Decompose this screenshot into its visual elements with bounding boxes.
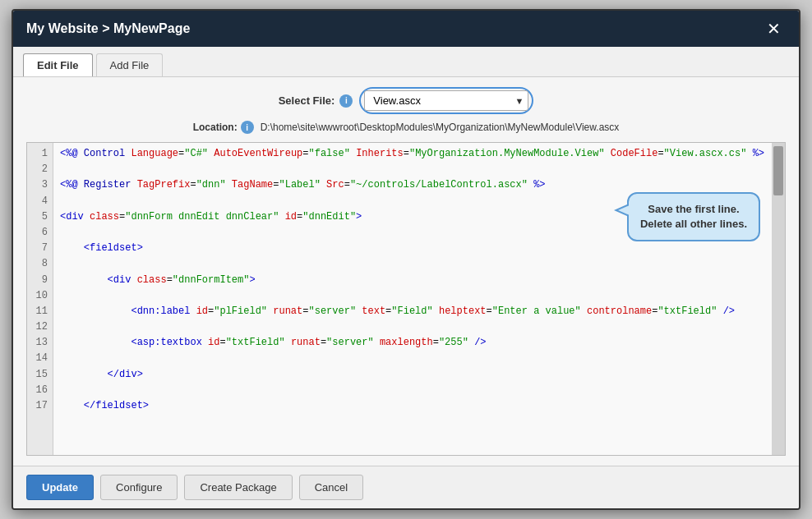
tooltip-bubble: Save the first line.Delete all other lin… (627, 192, 760, 241)
location-label: Location: (193, 122, 238, 133)
update-button[interactable]: Update (26, 475, 94, 500)
code-line-1: <%@ Control Language="C#" AutoEventWireu… (60, 146, 765, 162)
modal-dialog: My Website > MyNewPage ✕ Edit File Add F… (12, 9, 800, 510)
modal-footer: Update Configure Create Package Cancel (13, 466, 799, 508)
file-select-info-icon: i (339, 94, 353, 108)
content-area: Select File: i View.ascx View.ascx.cs Ed… (13, 77, 799, 466)
tooltip-text: Save the first line.Delete all other lin… (640, 203, 747, 230)
configure-button[interactable]: Configure (100, 475, 178, 500)
code-line-17: </fieldset> (60, 398, 765, 414)
code-line-2 (60, 162, 765, 177)
code-line-9: <div class="dnnFormItem"> (60, 273, 765, 288)
create-package-button[interactable]: Create Package (184, 475, 292, 500)
location-path: D:\home\site\wwwroot\DesktopModules\MyOr… (261, 122, 620, 133)
code-line-15: </div> (60, 367, 765, 383)
code-line-10 (60, 288, 765, 304)
modal-header: My Website > MyNewPage ✕ (13, 11, 799, 47)
tab-bar: Edit File Add File (13, 47, 799, 77)
cancel-button[interactable]: Cancel (299, 475, 363, 500)
close-button[interactable]: ✕ (762, 19, 786, 39)
location-row: Location: i D:\home\site\wwwroot\Desktop… (26, 121, 786, 134)
tab-add-file[interactable]: Add File (96, 53, 164, 76)
file-select-label: Select File: (279, 94, 335, 107)
code-line-13: <asp:textbox id="txtField" runat="server… (60, 335, 765, 351)
vertical-scrollbar[interactable] (772, 143, 785, 455)
scrollbar-thumb[interactable] (773, 146, 783, 195)
tab-edit-file[interactable]: Edit File (23, 53, 93, 76)
modal-body: Edit File Add File Select File: i View.a… (13, 47, 799, 466)
file-select-dropdown[interactable]: View.ascx View.ascx.cs Edit.ascx (364, 90, 528, 111)
line-numbers: 12345 678910 1112131415 1617 (27, 143, 53, 455)
code-line-12 (60, 319, 765, 335)
code-line-16 (60, 383, 765, 398)
code-line-8 (60, 256, 765, 272)
location-info-icon: i (241, 121, 254, 134)
code-line-7: <fieldset> (60, 241, 765, 256)
file-select-row: Select File: i View.ascx View.ascx.cs Ed… (26, 87, 786, 114)
modal-title: My Website > MyNewPage (26, 21, 190, 36)
code-line-3: <%@ Register TagPrefix="dnn" TagName="La… (60, 177, 765, 193)
code-editor: 12345 678910 1112131415 1617 <%@ Control… (26, 142, 786, 456)
code-content[interactable]: <%@ Control Language="C#" AutoEventWireu… (53, 143, 772, 455)
code-line-14 (60, 351, 765, 366)
code-line-11: <dnn:label id="plField" runat="server" t… (60, 304, 765, 319)
file-select-wrapper: View.ascx View.ascx.cs Edit.ascx ▼ (359, 87, 533, 114)
